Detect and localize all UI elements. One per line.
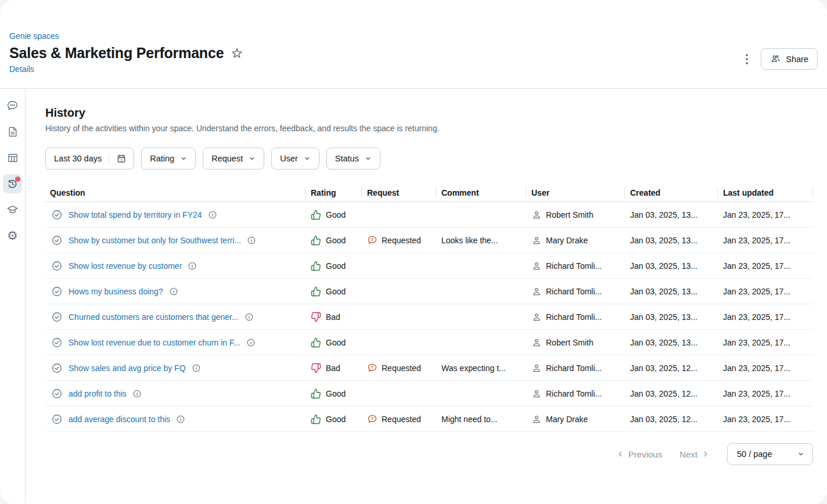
thumbs-up-icon [311,235,321,246]
user-cell: Mary Drake [526,235,624,246]
gear-icon: ⚙ [7,230,18,242]
user-name: Richard Tomli... [546,389,602,398]
check-circle-icon [51,209,63,221]
created-text: Jan 03, 2025, 13... [630,312,697,322]
request-label: Requested [382,236,421,245]
check-circle-icon [51,388,63,399]
user-cell: Robert Smith [526,337,624,348]
sidebar-item-learning[interactable] [3,200,22,219]
column-header-request: Request [361,184,436,201]
created-text: Jan 03, 2025, 13... [630,236,697,245]
updated-cell: Jan 23, 2025, 17... [717,210,813,219]
created-cell: Jan 03, 2025, 13... [624,312,717,322]
created-text: Jan 03, 2025, 13... [630,210,697,219]
info-icon[interactable] [132,389,142,398]
rating-filter[interactable]: Rating [141,147,196,170]
updated-text: Jan 23, 2025, 17... [723,338,790,347]
user-icon [531,388,542,399]
user-cell: Mary Drake [526,414,624,424]
created-text: Jan 03, 2025, 12... [630,389,697,398]
question-link[interactable]: Churned customers are customers that gen… [69,312,239,322]
info-icon[interactable] [192,363,201,373]
previous-page-button[interactable]: Previous [616,449,662,459]
request-badge: ? Requested [367,363,421,373]
info-icon[interactable] [208,210,217,219]
question-link[interactable]: Show by customer but only for Southwest … [69,236,241,245]
pagination: Previous Next 50 / page [45,443,813,465]
question-link[interactable]: Show sales and avg price by FQ [69,363,186,373]
request-label: Requested [382,363,421,373]
graduation-cap-icon [6,204,19,216]
svg-text:?: ? [371,416,374,421]
updated-text: Jan 23, 2025, 17... [723,287,790,296]
question-link[interactable]: Hows my business doing? [69,287,163,296]
sidebar-item-instructions[interactable] [3,122,22,141]
created-text: Jan 03, 2025, 12... [630,363,697,373]
section-title: History [45,106,813,120]
notification-dot [15,177,20,182]
info-icon[interactable] [246,338,256,347]
sidebar-item-history[interactable] [3,174,22,193]
request-label: Requested [382,415,421,424]
column-header-question: Question [45,184,305,201]
question-cell: Hows my business doing? [45,286,305,297]
divider [109,154,109,164]
left-sidebar: ⚙ [0,89,26,503]
rating-label: Bad [326,363,340,373]
question-cell: Show sales and avg price by FQ [45,362,305,374]
table-row: Show total spend by territory in FY24 Go… [45,202,813,228]
question-link[interactable]: add profit to this [69,389,127,398]
date-range-filter[interactable]: Last 30 days [45,147,134,170]
share-button[interactable]: Share [761,48,818,70]
question-cell: add profit to this [45,388,305,399]
rating-label: Good [326,389,346,398]
calendar-icon [116,153,127,164]
table-row: Show sales and avg price by FQ Bad [45,355,813,381]
thumbs-up-icon [311,414,321,424]
favorite-star-icon[interactable] [229,46,244,61]
svg-text:?: ? [371,365,374,370]
updated-text: Jan 23, 2025, 17... [723,312,790,322]
updated-text: Jan 23, 2025, 17... [723,415,790,424]
info-icon[interactable] [176,415,185,424]
page-size-select[interactable]: 50 / page [727,443,813,465]
user-filter[interactable]: User [271,147,319,170]
rating-cell: Good [305,286,361,297]
sidebar-item-chat[interactable] [3,96,22,115]
chevron-right-icon [702,450,710,458]
next-page-button[interactable]: Next [679,449,710,459]
question-link[interactable]: add average discount to this [69,415,170,424]
details-link[interactable]: Details [9,64,34,74]
question-link[interactable]: Show lost revenue due to customer churn … [69,338,240,347]
column-header-last-updated: Last updated [717,184,813,201]
rating-cell: Good [305,261,361,271]
sidebar-item-data[interactable] [3,148,22,167]
info-icon[interactable] [247,236,256,245]
updated-text: Jan 23, 2025, 17... [723,236,790,245]
sidebar-item-settings[interactable]: ⚙ [3,226,22,246]
info-icon[interactable] [188,261,197,271]
request-filter[interactable]: Request [203,147,264,170]
user-cell: Richard Tomli... [526,363,624,373]
rating-filter-label: Rating [150,154,174,163]
info-icon[interactable] [244,312,254,322]
chevron-down-icon [304,155,311,162]
info-icon[interactable] [169,287,178,296]
kebab-menu-icon[interactable] [741,51,753,68]
created-text: Jan 03, 2025, 13... [630,338,697,347]
updated-text: Jan 23, 2025, 17... [723,210,790,219]
question-cell: Show total spend by territory in FY24 [45,209,305,221]
comment-cell: Was expecting t... [436,363,526,373]
request-cell: ? Requested [361,363,436,373]
question-bubble-icon: ? [367,414,377,424]
column-header-user: User [526,184,624,201]
question-link[interactable]: Show lost revenue by customer [69,261,182,271]
question-link[interactable]: Show total spend by territory in FY24 [69,210,202,219]
chat-bubble-icon [6,99,19,111]
check-circle-icon [51,260,63,272]
breadcrumb[interactable]: Genie spaces [9,31,59,41]
updated-cell: Jan 23, 2025, 17... [717,363,813,373]
user-name: Mary Drake [546,236,588,245]
check-circle-icon [51,413,63,425]
status-filter[interactable]: Status [326,147,380,170]
